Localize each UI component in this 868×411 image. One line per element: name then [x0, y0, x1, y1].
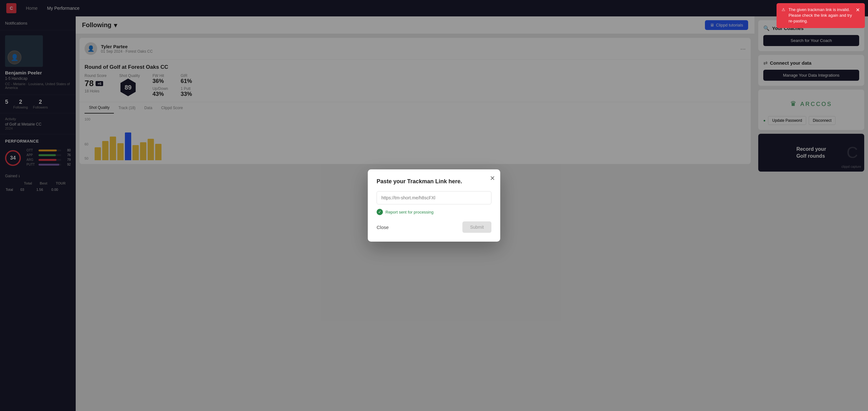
trackman-modal: Paste your Trackman Link here. ✕ ✓ Repor… [368, 169, 500, 242]
modal-success-message: ✓ Report sent for processing [377, 209, 491, 215]
modal-footer: Close Submit [377, 221, 491, 233]
modal-close-button[interactable]: Close [377, 225, 389, 230]
error-toast: ⚠ The given trackman link is invalid. Pl… [777, 3, 865, 28]
toast-message: The given trackman link is invalid. Plea… [788, 7, 852, 24]
toast-close-button[interactable]: ✕ [856, 7, 860, 13]
warning-icon: ⚠ [782, 7, 785, 12]
success-text: Report sent for processing [385, 210, 433, 215]
modal-submit-button[interactable]: Submit [462, 221, 491, 233]
modal-close-x-button[interactable]: ✕ [490, 175, 495, 182]
modal-overlay: Paste your Trackman Link here. ✕ ✓ Repor… [0, 0, 868, 411]
trackman-link-input[interactable] [377, 191, 491, 204]
success-checkmark-icon: ✓ [377, 209, 383, 215]
modal-title: Paste your Trackman Link here. [377, 178, 491, 185]
